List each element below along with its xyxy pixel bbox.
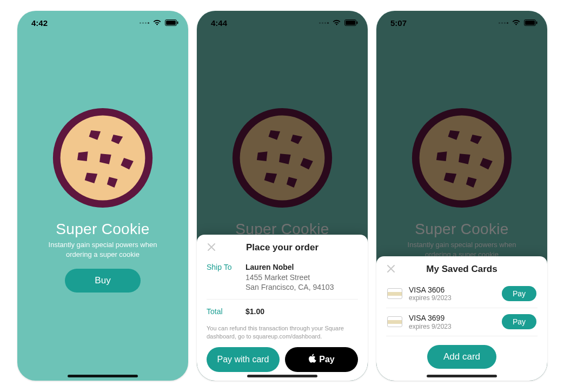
total-row: Total $1.00 — [207, 303, 358, 320]
pay-button[interactable]: Pay — [502, 314, 536, 329]
svg-rect-1 — [166, 21, 176, 25]
apple-pay-button[interactable]: Pay — [285, 347, 358, 372]
saved-cards-sheet: My Saved Cards VISA 3606 expires 9/2023 … — [376, 256, 547, 381]
battery-icon — [165, 18, 178, 28]
pay-with-card-button[interactable]: Pay with card — [207, 347, 280, 372]
cellular-dots-icon — [140, 22, 149, 24]
divider — [207, 299, 358, 300]
card-expires: expires 9/2023 — [409, 294, 495, 302]
product-subtitle: Instantly gain special powers when order… — [46, 240, 160, 259]
card-name: VISA 3699 — [409, 314, 495, 323]
cookie-icon — [50, 105, 156, 211]
total-label: Total — [207, 307, 238, 316]
card-expires: expires 9/2023 — [409, 323, 495, 330]
svg-rect-2 — [177, 21, 178, 24]
screen-saved-cards: 5:07 — [376, 11, 547, 381]
ship-to-name: Lauren Nobel — [245, 263, 334, 271]
wifi-icon — [152, 18, 162, 28]
card-icon — [387, 316, 402, 327]
apple-pay-label: Pay — [319, 355, 334, 364]
ship-to-row: Ship To Lauren Nobel 1455 Market Street … — [207, 258, 358, 297]
home-indicator[interactable] — [68, 375, 138, 377]
sheet-title: My Saved Cards — [386, 264, 538, 275]
saved-card-row: VISA 3699 expires 9/2023 Pay — [386, 308, 538, 336]
home-indicator[interactable] — [427, 375, 497, 377]
add-card-button[interactable]: Add card — [427, 345, 496, 369]
screen-buy: 4:42 — [17, 11, 188, 381]
home-indicator[interactable] — [247, 375, 317, 377]
svg-marker-7 — [77, 151, 88, 161]
card-name: VISA 3606 — [409, 285, 495, 295]
saved-card-row: VISA 3606 expires 9/2023 Pay — [386, 280, 538, 308]
buy-button[interactable]: Buy — [65, 269, 141, 293]
product-hero: Super Cookie Instantly gain special powe… — [17, 105, 188, 293]
sheet-title: Place your order — [207, 242, 358, 253]
status-indicators — [140, 18, 178, 28]
refund-note: You can refund this transaction through … — [207, 324, 358, 341]
card-icon — [387, 288, 402, 299]
total-value: $1.00 — [245, 307, 264, 316]
apple-logo-icon — [308, 354, 317, 366]
product-title: Super Cookie — [34, 221, 172, 238]
status-bar: 4:42 — [17, 11, 188, 35]
order-sheet: Place your order Ship To Lauren Nobel 14… — [197, 235, 368, 381]
ship-to-address: 1455 Market Street San Francisco, CA, 94… — [245, 273, 334, 293]
screen-place-order: 4:44 — [197, 11, 368, 381]
pay-button[interactable]: Pay — [502, 286, 536, 301]
status-time: 4:42 — [31, 18, 48, 28]
ship-to-label: Ship To — [207, 263, 238, 293]
